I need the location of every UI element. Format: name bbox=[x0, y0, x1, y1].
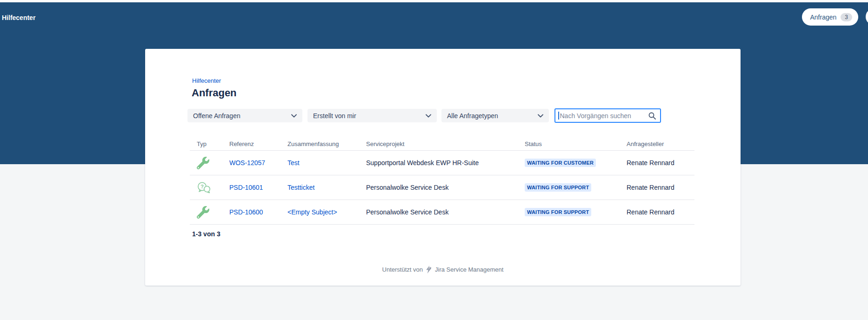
jira-lightning-icon bbox=[426, 266, 432, 273]
request-reference-link[interactable]: WOS-12057 bbox=[229, 159, 265, 167]
table-row: ? PSD-10601 Testticket Personalwolke Ser… bbox=[190, 175, 694, 200]
column-header-requester: Anfragesteller bbox=[627, 140, 694, 147]
request-type-cell bbox=[190, 206, 229, 219]
requests-button[interactable]: Anfragen 3 bbox=[802, 8, 858, 26]
filter-bar: Offene Anfragen Erstellt von mir Alle An… bbox=[145, 109, 741, 122]
column-header-summary: Zusammenfassung bbox=[287, 140, 366, 147]
column-header-reference: Referenz bbox=[229, 140, 287, 147]
request-type-filter-select[interactable]: Alle Anfragetypen bbox=[441, 109, 549, 122]
service-project-cell: Personalwolke Service Desk bbox=[366, 184, 525, 191]
creator-filter-select[interactable]: Erstellt von mir bbox=[307, 109, 437, 122]
portal-brand[interactable]: Hilfecenter bbox=[2, 14, 35, 21]
service-project-cell: Personalwolke Service Desk bbox=[366, 208, 525, 216]
table-row: WOS-12057 Test Supportportal Webdesk EWP… bbox=[190, 151, 694, 175]
avatar[interactable] bbox=[866, 8, 868, 25]
status-badge: WAITING FOR SUPPORT bbox=[525, 183, 591, 192]
requests-count-badge: 3 bbox=[841, 13, 852, 21]
wrench-icon bbox=[197, 157, 209, 169]
search-input[interactable] bbox=[560, 112, 648, 120]
status-filter-select[interactable]: Offene Anfragen bbox=[187, 109, 302, 122]
wrench-icon bbox=[197, 206, 209, 219]
chevron-down-icon bbox=[426, 114, 431, 118]
search-icon[interactable] bbox=[648, 112, 656, 120]
powered-by-footer: Unterstützt von Jira Service Management bbox=[145, 266, 741, 273]
column-header-service-project: Serviceprojekt bbox=[366, 140, 525, 147]
table-row: PSD-10600 <Empty Subject> Personalwolke … bbox=[190, 200, 694, 225]
chevron-down-icon bbox=[538, 114, 543, 118]
request-reference-link[interactable]: PSD-10600 bbox=[229, 208, 263, 216]
text-caret bbox=[558, 112, 559, 120]
page-title: Anfragen bbox=[192, 87, 237, 99]
requester-cell: Renate Rennard bbox=[627, 184, 694, 191]
breadcrumb[interactable]: Hilfecenter bbox=[192, 77, 221, 84]
help-center-screen: Hilfecenter Anfragen 3 Hilfecenter Anfra… bbox=[0, 0, 868, 320]
status-filter-value: Offene Anfragen bbox=[193, 112, 240, 120]
status-badge: WAITING FOR SUPPORT bbox=[525, 208, 591, 216]
column-header-type: Typ bbox=[190, 140, 229, 147]
requests-table: Typ Referenz Zusammenfassung Serviceproj… bbox=[190, 137, 694, 225]
request-type-cell: ? bbox=[190, 181, 229, 193]
requester-cell: Renate Rennard bbox=[627, 159, 694, 167]
product-name-text[interactable]: Jira Service Management bbox=[435, 266, 503, 273]
svg-text:?: ? bbox=[200, 184, 204, 189]
question-bubbles-icon: ? bbox=[197, 181, 211, 193]
request-reference-link[interactable]: PSD-10601 bbox=[229, 184, 263, 191]
request-type-cell bbox=[190, 157, 229, 169]
service-project-cell: Supportportal Webdesk EWP HR-Suite bbox=[366, 159, 525, 167]
powered-by-text: Unterstützt von bbox=[382, 266, 423, 273]
results-count: 1-3 von 3 bbox=[192, 230, 220, 238]
status-badge: WAITING FOR CUSTOMER bbox=[525, 159, 596, 167]
request-type-filter-value: Alle Anfragetypen bbox=[447, 112, 498, 120]
creator-filter-value: Erstellt von mir bbox=[313, 112, 356, 120]
chevron-down-icon bbox=[291, 114, 297, 118]
requester-cell: Renate Rennard bbox=[627, 208, 694, 216]
requests-button-label: Anfragen bbox=[810, 13, 836, 21]
request-summary-link[interactable]: Test bbox=[287, 159, 300, 167]
requests-card: Hilfecenter Anfragen Offene Anfragen Ers… bbox=[145, 49, 741, 286]
search-box bbox=[554, 108, 661, 123]
request-summary-link[interactable]: <Empty Subject> bbox=[287, 208, 337, 216]
request-summary-link[interactable]: Testticket bbox=[287, 184, 314, 191]
column-header-status: Status bbox=[525, 140, 627, 147]
table-header-row: Typ Referenz Zusammenfassung Serviceproj… bbox=[190, 137, 694, 151]
